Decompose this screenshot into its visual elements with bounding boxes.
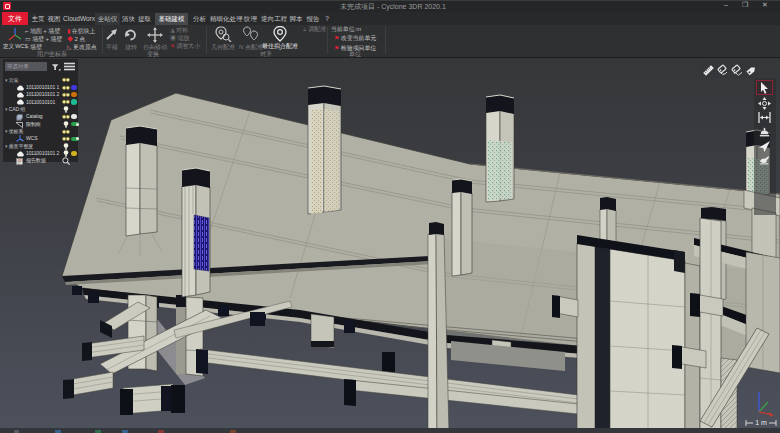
svg-text:1 m: 1 m	[755, 419, 767, 426]
